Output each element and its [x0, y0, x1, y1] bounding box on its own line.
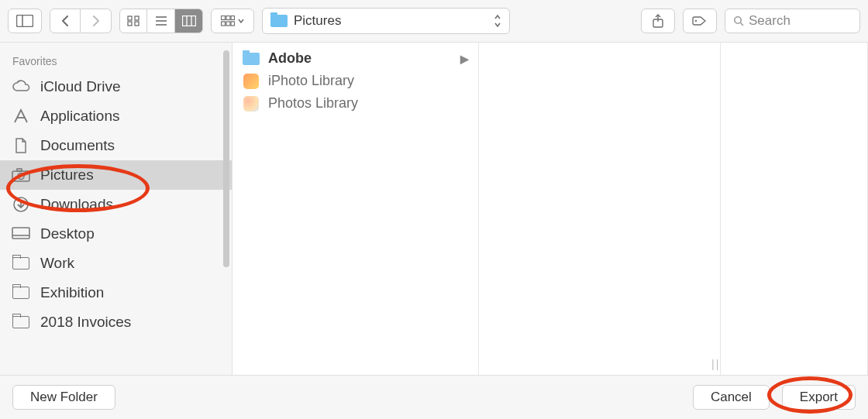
sidebar-item-label: 2018 Invoices — [40, 314, 131, 331]
sidebar-header: Favorites — [0, 49, 232, 72]
sidebar: Favorites iCloud Drive Applications Docu… — [0, 43, 232, 375]
footer: New Folder Cancel Export — [0, 376, 868, 419]
sidebar-item-icloud[interactable]: iCloud Drive — [0, 72, 232, 101]
chevron-down-icon — [238, 19, 244, 23]
column-resize-handle[interactable]: || — [711, 358, 720, 370]
svg-rect-2 — [128, 16, 132, 20]
desktop-icon — [11, 225, 31, 242]
path-dropdown[interactable]: Pictures — [262, 8, 510, 34]
sidebar-item-2018-invoices[interactable]: 2018 Invoices — [0, 307, 232, 337]
chevron-left-icon — [61, 15, 69, 26]
svg-rect-9 — [182, 16, 195, 26]
folder-icon — [11, 255, 31, 272]
button-label: New Folder — [30, 390, 98, 405]
svg-point-25 — [18, 173, 24, 180]
finder-save-dialog: Pictures Search — [0, 0, 868, 419]
folder-icon — [270, 15, 288, 27]
sidebar-scrollbar[interactable] — [223, 50, 229, 267]
body: Favorites iCloud Drive Applications Docu… — [0, 43, 868, 376]
list-icon — [155, 15, 167, 26]
updown-icon — [494, 14, 501, 28]
search-placeholder: Search — [749, 13, 790, 29]
download-icon — [11, 196, 31, 213]
button-label: Export — [800, 390, 838, 405]
folder-icon — [11, 284, 31, 301]
arrange-icon — [221, 15, 235, 26]
column-1[interactable]: Adobe ▶ iPhoto Library Photos Library — [232, 43, 479, 375]
svg-rect-13 — [226, 16, 230, 20]
back-button[interactable] — [50, 9, 81, 33]
tag-icon — [692, 15, 708, 26]
sidebar-item-documents[interactable]: Documents — [0, 131, 232, 160]
view-mode-buttons — [119, 9, 203, 33]
column-2[interactable] — [479, 43, 721, 375]
sidebar-item-label: Applications — [40, 108, 119, 125]
item-label: Photos Library — [268, 95, 358, 112]
sidebar-item-applications[interactable]: Applications — [0, 101, 232, 131]
list-item[interactable]: iPhoto Library — [232, 70, 478, 92]
column-3[interactable] — [721, 43, 868, 375]
sidebar-item-label: iCloud Drive — [40, 78, 120, 95]
svg-rect-5 — [135, 22, 139, 26]
sidebar-item-label: Documents — [40, 137, 115, 154]
view-list-button[interactable] — [147, 9, 175, 33]
cancel-button[interactable]: Cancel — [693, 385, 770, 410]
svg-rect-15 — [222, 22, 226, 26]
sidebar-item-downloads[interactable]: Downloads — [0, 190, 232, 219]
item-label: Adobe — [268, 50, 312, 67]
forward-button[interactable] — [81, 9, 112, 33]
svg-rect-0 — [17, 15, 33, 27]
tags-button[interactable] — [683, 9, 717, 33]
svg-rect-3 — [135, 16, 139, 20]
photos-icon — [242, 96, 260, 112]
chevron-right-icon: ▶ — [460, 53, 469, 65]
column-view: Adobe ▶ iPhoto Library Photos Library || — [232, 43, 868, 375]
svg-rect-14 — [231, 16, 235, 20]
document-icon — [11, 137, 31, 154]
svg-line-22 — [741, 23, 744, 26]
arrange-button[interactable] — [211, 9, 254, 33]
sidebar-item-label: Pictures — [40, 167, 94, 184]
share-icon — [652, 14, 664, 28]
search-input[interactable]: Search — [725, 9, 860, 33]
sidebar-item-exhibition[interactable]: Exhibition — [0, 278, 232, 307]
svg-point-21 — [735, 17, 741, 23]
svg-point-20 — [695, 20, 697, 22]
search-icon — [733, 15, 744, 26]
iphoto-icon — [242, 74, 260, 89]
view-icon-button[interactable] — [119, 9, 147, 33]
sidebar-item-label: Work — [40, 255, 74, 272]
sidebar-item-pictures[interactable]: Pictures — [0, 160, 232, 190]
nav-buttons — [50, 9, 112, 33]
path-label: Pictures — [294, 13, 341, 29]
list-item[interactable]: Adobe ▶ — [232, 47, 478, 70]
svg-rect-29 — [12, 228, 29, 239]
list-item[interactable]: Photos Library — [232, 92, 478, 115]
item-label: iPhoto Library — [268, 73, 354, 89]
button-label: Cancel — [711, 390, 752, 405]
folder-icon — [11, 314, 31, 331]
chevron-right-icon — [92, 15, 100, 26]
toolbar: Pictures Search — [0, 0, 868, 43]
grid-icon — [127, 15, 140, 26]
folder-icon — [242, 51, 260, 67]
camera-icon — [11, 167, 31, 184]
sidebar-toggle-button[interactable] — [8, 9, 42, 33]
app-a-icon — [11, 108, 31, 125]
sidebar-item-work[interactable]: Work — [0, 249, 232, 278]
svg-rect-4 — [128, 22, 132, 26]
columns-icon — [182, 15, 196, 26]
export-button[interactable]: Export — [782, 385, 856, 410]
svg-rect-12 — [222, 16, 226, 20]
new-folder-button[interactable]: New Folder — [12, 385, 115, 410]
cloud-icon — [11, 78, 31, 95]
svg-rect-17 — [231, 22, 235, 26]
sidebar-icon — [16, 15, 33, 27]
view-column-button[interactable] — [175, 9, 203, 33]
sidebar-item-label: Desktop — [40, 225, 95, 242]
sidebar-item-label: Downloads — [40, 196, 113, 213]
svg-rect-16 — [226, 22, 230, 26]
share-button[interactable] — [641, 9, 675, 33]
sidebar-item-desktop[interactable]: Desktop — [0, 219, 232, 249]
svg-rect-26 — [17, 169, 22, 171]
